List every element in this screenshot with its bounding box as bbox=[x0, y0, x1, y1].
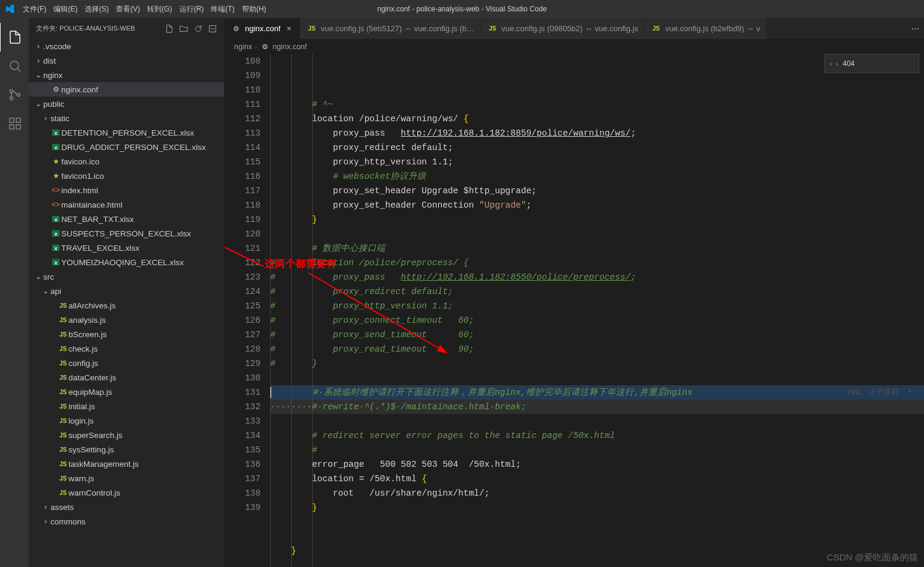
menu-item[interactable]: 编辑(E) bbox=[50, 5, 81, 13]
folder-row[interactable]: ⌄nginx bbox=[29, 68, 224, 82]
file-row[interactable]: ⚙nginx.conf bbox=[29, 82, 224, 97]
menu-item[interactable]: 查看(V) bbox=[112, 5, 143, 13]
folder-row[interactable]: ›assets bbox=[29, 500, 224, 514]
js-icon: JS bbox=[58, 374, 68, 381]
star-icon: ★ bbox=[50, 172, 61, 180]
file-row[interactable]: XSUSPECTS_PERSON_EXCEL.xlsx bbox=[29, 226, 224, 241]
file-row[interactable]: XDETENTION_PERSON_EXCEL.xlsx bbox=[29, 125, 224, 140]
html-icon: <> bbox=[50, 186, 61, 194]
file-row[interactable]: JSsuperSearch.js bbox=[29, 428, 224, 442]
file-row[interactable]: JSallArchives.js bbox=[29, 298, 224, 313]
file-row[interactable]: XDRUG_ADDICT_PERSON_EXCEL.xlsx bbox=[29, 140, 224, 154]
file-row[interactable]: JSdataCenter.js bbox=[29, 370, 224, 385]
tab-overflow-icon[interactable]: ⋯ bbox=[906, 18, 924, 39]
menu-item[interactable]: 选择(S) bbox=[81, 5, 112, 13]
explorer-sidebar: 文件夹: POLICE-ANALYSIS-WEB ›.vscode›dist⌄n… bbox=[29, 18, 225, 567]
file-row[interactable]: XTRAVEL_EXCEL.xlsx bbox=[29, 241, 224, 255]
svg-text:X: X bbox=[54, 260, 58, 266]
file-row[interactable]: JSbScreen.js bbox=[29, 327, 224, 341]
editor-tab[interactable]: JSvue.config.js (5eb5127) ↔ vue.config.j… bbox=[300, 18, 481, 39]
search-tab-icon[interactable] bbox=[0, 52, 29, 80]
menu-item[interactable]: 转到(G) bbox=[143, 5, 175, 13]
folder-row[interactable]: ⌄api bbox=[29, 284, 224, 298]
js-icon: JS bbox=[58, 475, 68, 482]
explorer-tab-icon[interactable] bbox=[0, 23, 29, 52]
folder-row[interactable]: ›dist bbox=[29, 53, 224, 68]
js-icon: JS bbox=[58, 490, 68, 496]
titlebar: 文件(F)编辑(E)选择(S)查看(V)转到(G)运行(R)终端(T)帮助(H)… bbox=[0, 0, 924, 18]
file-row[interactable]: JSwarnControl.js bbox=[29, 485, 224, 500]
file-row[interactable]: ★favicon.ico bbox=[29, 154, 224, 169]
breadcrumb[interactable]: nginx › ⚙ nginx.conf bbox=[225, 39, 924, 54]
file-row[interactable]: JSsysSetting.js bbox=[29, 442, 224, 457]
chevron-right-icon[interactable]: › bbox=[836, 61, 838, 67]
file-row[interactable]: XNET_BAR_TXT.xlsx bbox=[29, 212, 224, 226]
file-row[interactable]: XYOUMEIZHAOQING_EXCEL.xlsx bbox=[29, 255, 224, 269]
menu-item[interactable]: 终端(T) bbox=[207, 5, 238, 13]
breadcrumb-folder[interactable]: nginx bbox=[234, 43, 252, 51]
editor-tabs[interactable]: ⚙nginx.conf×JSvue.config.js (5eb5127) ↔ … bbox=[225, 18, 906, 39]
chevron-left-icon[interactable]: ‹ bbox=[830, 61, 832, 67]
file-row[interactable]: JSwarn.js bbox=[29, 471, 224, 485]
editor-tab[interactable]: JSvue.config.js (09805b2) ↔ vue.config.j… bbox=[481, 18, 645, 39]
editor-tab[interactable]: ⚙nginx.conf× bbox=[225, 18, 300, 39]
folder-row[interactable]: ›static bbox=[29, 111, 224, 125]
file-row[interactable]: JSequipMap.js bbox=[29, 385, 224, 399]
refresh-icon[interactable] bbox=[194, 25, 202, 33]
excel-icon: X bbox=[50, 128, 61, 137]
excel-icon: X bbox=[50, 244, 61, 252]
chevron-icon: ⌄ bbox=[34, 100, 43, 108]
js-icon: JS bbox=[58, 360, 68, 367]
breadcrumb-file[interactable]: nginx.conf bbox=[273, 43, 307, 51]
js-icon: JS bbox=[58, 346, 68, 352]
file-row[interactable]: JStaskManagement.js bbox=[29, 457, 224, 471]
folder-row[interactable]: ⌄src bbox=[29, 269, 224, 284]
svg-text:X: X bbox=[54, 145, 58, 151]
file-row[interactable]: JSconfig.js bbox=[29, 356, 224, 370]
js-icon: JS bbox=[58, 302, 68, 309]
extensions-tab-icon[interactable] bbox=[0, 109, 29, 138]
file-row[interactable]: ★favicon1.ico bbox=[29, 169, 224, 183]
git-blame: You, 3个月前 • bbox=[847, 385, 912, 400]
file-row[interactable]: JSinitial.js bbox=[29, 399, 224, 413]
scm-tab-icon[interactable] bbox=[0, 80, 29, 109]
folder-row[interactable]: ⌄public bbox=[29, 97, 224, 111]
code-editor[interactable]: # ^~ location /police/warning/ws/ { prox… bbox=[270, 54, 924, 567]
find-result-box[interactable]: ‹ › 404 bbox=[824, 54, 919, 73]
file-tree[interactable]: ›.vscode›dist⌄nginx⚙nginx.conf⌄public›st… bbox=[29, 39, 224, 567]
editor-area: ⚙nginx.conf×JSvue.config.js (5eb5127) ↔ … bbox=[225, 18, 924, 567]
js-icon: JS bbox=[58, 446, 68, 453]
close-icon[interactable]: × bbox=[284, 24, 294, 33]
folder-row[interactable]: ›.vscode bbox=[29, 39, 224, 53]
js-icon: JS bbox=[58, 331, 68, 338]
collapse-icon[interactable] bbox=[208, 25, 217, 33]
folder-row[interactable]: ›commons bbox=[29, 514, 224, 529]
file-row[interactable]: JScheck.js bbox=[29, 341, 224, 356]
new-file-icon[interactable] bbox=[165, 25, 174, 33]
editor-tab[interactable]: JSvue.config.js (b2efbd9) ↔ v bbox=[645, 18, 767, 39]
new-folder-icon[interactable] bbox=[180, 25, 188, 33]
svg-rect-5 bbox=[16, 118, 20, 122]
chevron-icon: ⌄ bbox=[41, 287, 50, 295]
line-gutter: 1081091101111121131141151161171181191201… bbox=[225, 54, 270, 567]
file-row[interactable]: JSlogin.js bbox=[29, 413, 224, 428]
menu-item[interactable]: 帮助(H) bbox=[238, 5, 270, 13]
file-row[interactable]: <>index.html bbox=[29, 183, 224, 197]
js-icon: JS bbox=[651, 25, 662, 32]
file-row[interactable]: <>maintainace.html bbox=[29, 197, 224, 212]
js-icon: JS bbox=[58, 418, 68, 424]
svg-rect-7 bbox=[16, 125, 20, 129]
chevron-icon: › bbox=[41, 503, 50, 511]
svg-text:X: X bbox=[54, 131, 58, 136]
js-icon: JS bbox=[58, 461, 68, 467]
chevron-icon: › bbox=[34, 56, 43, 65]
chevron-icon: › bbox=[41, 517, 50, 526]
menu-item[interactable]: 文件(F) bbox=[19, 5, 50, 13]
svg-text:X: X bbox=[54, 232, 58, 237]
svg-point-0 bbox=[10, 61, 19, 70]
file-row[interactable]: JSanalysis.js bbox=[29, 313, 224, 327]
excel-icon: X bbox=[50, 143, 61, 151]
sidebar-header: 文件夹: POLICE-ANALYSIS-WEB bbox=[29, 18, 224, 39]
gear-icon: ⚙ bbox=[50, 85, 61, 94]
menu-item[interactable]: 运行(R) bbox=[176, 5, 208, 13]
